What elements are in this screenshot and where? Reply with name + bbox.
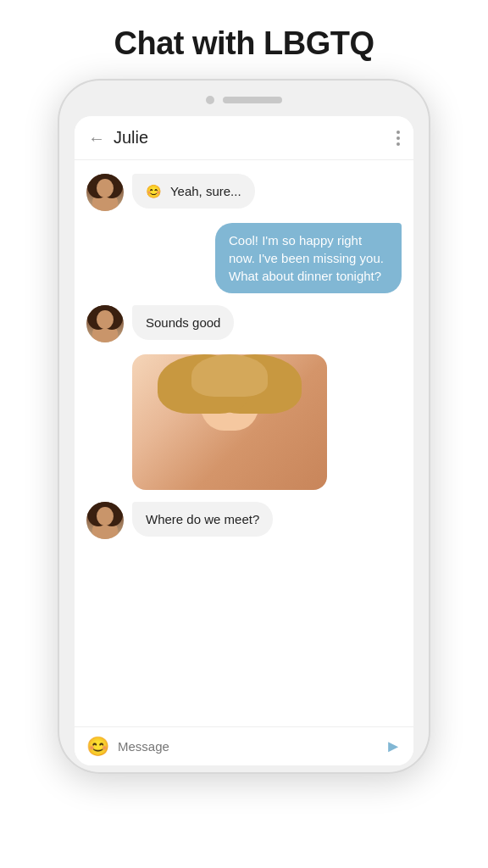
send-button[interactable]: ► xyxy=(385,737,402,756)
more-button[interactable] xyxy=(396,131,400,146)
photo-message xyxy=(132,354,327,490)
message-row: Cool! I'm so happy right now. I've been … xyxy=(86,223,402,293)
message-text: Yeah, sure... xyxy=(170,184,241,198)
dot-menu-icon xyxy=(396,131,400,134)
chat-input-bar: 😊 ► xyxy=(75,726,413,765)
message-row: Where do we meet? xyxy=(86,502,402,539)
dot-menu-icon xyxy=(396,136,400,140)
contact-name: Julie xyxy=(114,128,396,147)
emoji-icon: 😊 xyxy=(146,184,162,198)
avatar xyxy=(86,174,124,211)
avatar xyxy=(86,502,124,539)
message-bubble: Cool! I'm so happy right now. I've been … xyxy=(215,223,402,293)
message-row: Sounds good xyxy=(86,305,402,342)
phone-speaker-area xyxy=(206,96,282,104)
message-text: Where do we meet? xyxy=(146,512,259,526)
page-title: Chat with LBGTQ xyxy=(97,0,391,79)
phone-speaker xyxy=(223,97,282,103)
chat-header: ← Julie xyxy=(75,116,413,160)
phone-screen: ← Julie 😊 Yeah, sure... Cool! I'm xyxy=(75,116,413,765)
message-bubble: Where do we meet? xyxy=(132,502,273,537)
message-bubble: Sounds good xyxy=(132,305,234,340)
message-input[interactable] xyxy=(118,736,376,757)
message-row: 😊 Yeah, sure... xyxy=(86,174,402,211)
message-text: Sounds good xyxy=(146,315,220,330)
message-text: Cool! I'm so happy right now. I've been … xyxy=(229,233,384,283)
message-bubble: 😊 Yeah, sure... xyxy=(132,174,255,209)
avatar xyxy=(86,305,124,342)
chat-messages: 😊 Yeah, sure... Cool! I'm so happy right… xyxy=(75,160,413,726)
back-button[interactable]: ← xyxy=(88,130,105,147)
phone-camera xyxy=(206,96,214,104)
emoji-button[interactable]: 😊 xyxy=(86,737,109,756)
photo-content xyxy=(132,354,327,490)
phone-frame: ← Julie 😊 Yeah, sure... Cool! I'm xyxy=(58,79,430,774)
dot-menu-icon xyxy=(396,142,400,146)
